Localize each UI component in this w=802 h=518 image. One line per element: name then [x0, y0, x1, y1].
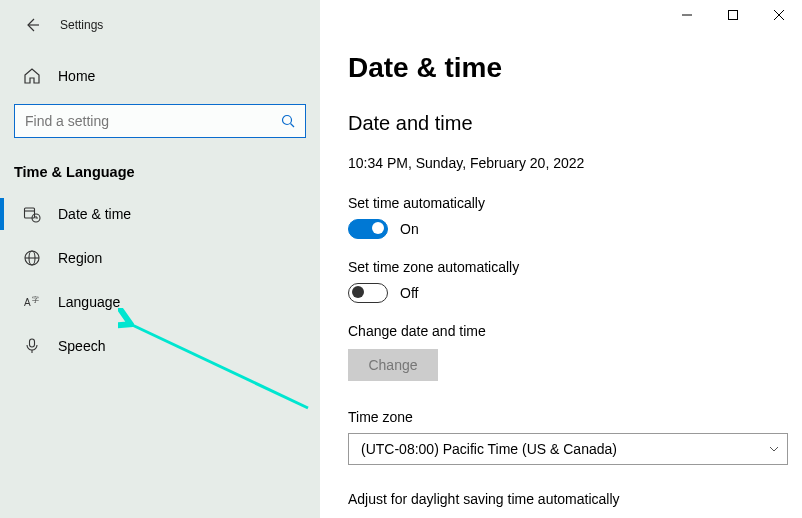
sidebar-home[interactable]: Home	[0, 58, 320, 94]
back-button[interactable]	[18, 11, 46, 39]
minimize-icon	[682, 10, 692, 20]
home-icon	[22, 66, 42, 86]
minimize-button[interactable]	[664, 0, 710, 30]
set-time-auto-label: Set time automatically	[348, 195, 802, 211]
set-tz-auto-toggle[interactable]	[348, 283, 388, 303]
svg-line-1	[291, 124, 295, 128]
maximize-icon	[728, 10, 738, 20]
back-arrow-icon	[24, 17, 40, 33]
set-time-auto-state: On	[400, 221, 419, 237]
close-icon	[774, 10, 784, 20]
calendar-clock-icon	[22, 204, 42, 224]
current-datetime: 10:34 PM, Sunday, February 20, 2022	[348, 155, 802, 171]
section-title: Date and time	[348, 112, 802, 135]
main-content: Date & time Date and time 10:34 PM, Sund…	[320, 0, 802, 518]
sidebar-item-speech[interactable]: Speech	[0, 324, 320, 368]
change-button: Change	[348, 349, 438, 381]
chevron-down-icon	[769, 441, 779, 457]
sidebar-item-label: Region	[58, 250, 102, 266]
sidebar-category: Time & Language	[0, 144, 320, 192]
sidebar: Settings Home Time & Language Date & tim…	[0, 0, 320, 518]
svg-text:A: A	[24, 297, 31, 308]
maximize-button[interactable]	[710, 0, 756, 30]
page-title: Date & time	[348, 52, 802, 84]
globe-icon	[22, 248, 42, 268]
microphone-icon	[22, 336, 42, 356]
titlebar: Settings	[0, 8, 320, 42]
svg-rect-10	[30, 339, 35, 347]
sidebar-item-label: Speech	[58, 338, 105, 354]
search-icon	[279, 114, 297, 128]
dst-label: Adjust for daylight saving time automati…	[348, 491, 802, 507]
set-tz-auto-state: Off	[400, 285, 418, 301]
svg-rect-2	[25, 208, 35, 218]
close-button[interactable]	[756, 0, 802, 30]
svg-point-0	[283, 116, 292, 125]
sidebar-home-label: Home	[58, 68, 95, 84]
language-icon: A字	[22, 292, 42, 312]
sidebar-item-label: Language	[58, 294, 120, 310]
sidebar-item-region[interactable]: Region	[0, 236, 320, 280]
sidebar-item-label: Date & time	[58, 206, 131, 222]
app-title: Settings	[60, 18, 103, 32]
set-tz-auto-label: Set time zone automatically	[348, 259, 802, 275]
set-time-auto-toggle[interactable]	[348, 219, 388, 239]
sidebar-item-date-time[interactable]: Date & time	[0, 192, 320, 236]
change-dt-label: Change date and time	[348, 323, 802, 339]
svg-text:字: 字	[32, 296, 39, 303]
search-input[interactable]	[23, 112, 279, 130]
timezone-select[interactable]: (UTC-08:00) Pacific Time (US & Canada)	[348, 433, 788, 465]
window-controls	[664, 0, 802, 30]
svg-rect-13	[729, 11, 738, 20]
timezone-value: (UTC-08:00) Pacific Time (US & Canada)	[361, 441, 617, 457]
search-box[interactable]	[14, 104, 306, 138]
sidebar-item-language[interactable]: A字 Language	[0, 280, 320, 324]
timezone-label: Time zone	[348, 409, 802, 425]
search-wrap	[0, 94, 320, 144]
